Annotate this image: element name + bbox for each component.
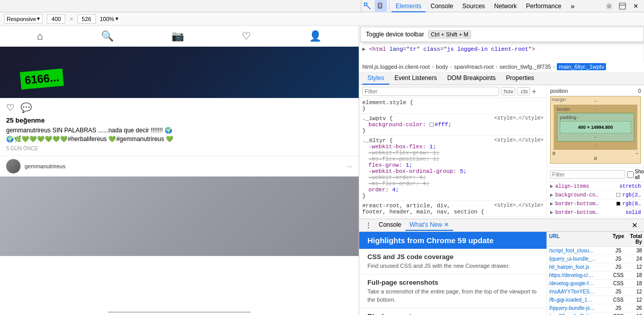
padding-label: padding -: [559, 115, 632, 120]
block-title: Block requests: [367, 312, 538, 315]
padding-box: padding - 400 × 14994.800 -: [557, 113, 634, 142]
svg-rect-6: [619, 3, 626, 9]
zoom-selector[interactable]: 100% ▾: [100, 15, 119, 22]
css-selector-footer: footer, header, main, nav, section {: [362, 209, 484, 215]
css-prop-flex-grow: flex-grow: 1;: [362, 162, 543, 168]
type-col-header: Type: [611, 233, 626, 245]
css-rule-react-root: #react-root, article, div, <style>…</sty…: [359, 201, 547, 217]
table-row: hit_hairpin_foot.jsJS12: [547, 263, 644, 271]
class-filter-btn[interactable]: .cls: [517, 87, 530, 95]
image-overlay: [0, 176, 359, 256]
prop-expand-arrow-bg[interactable]: ▶: [550, 192, 553, 198]
devtools-panel: Toggle device toolbar Ctrl + Shift + M ▶…: [359, 26, 644, 315]
bottom-menu-icon[interactable]: ⋮: [362, 219, 375, 231]
breadcrumb-active-item[interactable]: main_6ltyr._1wptv: [557, 63, 606, 70]
margin-right: −: [636, 151, 638, 156]
bottom-tab-whats-new[interactable]: What's New ✕: [405, 220, 453, 231]
home-icon[interactable]: ⌂: [37, 30, 43, 42]
like-button[interactable]: ♡: [6, 102, 14, 113]
computed-filter-input[interactable]: [550, 170, 625, 179]
heart-icon[interactable]: ♡: [242, 30, 251, 42]
screenshots-desc: Take a screenshot of the entire page, fr…: [367, 288, 538, 304]
tab-styles[interactable]: Styles: [362, 72, 389, 85]
breadcrumb: html.js.logged-in.client-root › body › s…: [359, 62, 644, 72]
commenter-username: gemmanutrireus: [25, 163, 65, 169]
more-options-btn[interactable]: ···: [346, 162, 353, 170]
dimension-separator: ×: [69, 15, 73, 23]
svg-point-5: [608, 5, 611, 7]
table-row: /zoo97mm4y-RobiCSS10: [547, 312, 644, 315]
computed-prop-border-bottom-style: ▶ border-bottom… solid: [547, 208, 644, 217]
tab-elements[interactable]: Elements: [392, 0, 425, 12]
css-rules-panel: :hov .cls + element.style { } ._1w: [359, 85, 547, 219]
zoom-dropdown-icon: ▾: [115, 15, 119, 22]
css-source-1wptv[interactable]: <style>…</style>: [494, 115, 543, 122]
breadcrumb-item-body[interactable]: body: [436, 64, 448, 70]
css-rule-element-style: element.style { }: [359, 98, 547, 114]
css-prop-ms-flex-positive: -ms-flex-positive: 1;: [362, 156, 543, 162]
height-input[interactable]: [77, 14, 96, 24]
breadcrumb-item-span[interactable]: span#react-root: [454, 64, 494, 70]
hover-filter-btn[interactable]: :hov: [501, 87, 516, 95]
breadcrumb-item-section[interactable]: section_tlwfg._8f735: [499, 64, 551, 70]
computed-props-list: ▶ align-items stretch ▶ background-co… r…: [547, 182, 644, 219]
device-toolbar-btn[interactable]: [375, 0, 387, 12]
dock-btn[interactable]: [616, 0, 629, 12]
add-style-btn[interactable]: +: [532, 87, 536, 95]
tab-performance[interactable]: Performance: [522, 0, 565, 12]
tab-sources[interactable]: Sources: [458, 0, 489, 12]
bottom-tab-console[interactable]: Console: [375, 220, 405, 231]
bottom-panel-close-btn[interactable]: ✕: [629, 220, 641, 231]
width-input[interactable]: [47, 14, 65, 24]
responsive-mode-label: Responsive: [7, 16, 36, 22]
css-source-6ltyr[interactable]: <style>…</style>: [494, 137, 543, 144]
css-source-react-root[interactable]: <style>…</style>: [494, 203, 543, 209]
close-devtools-btn[interactable]: ✕: [630, 0, 642, 12]
position-label: position: [550, 88, 568, 94]
responsive-bar: Responsive ▾ × 100% ▾: [0, 12, 644, 26]
breadcrumb-item-html[interactable]: html.js.logged-in.client-root: [362, 64, 430, 70]
filter-bar: :hov .cls +: [359, 85, 547, 98]
prop-expand-arrow[interactable]: ▶: [550, 183, 553, 189]
tooltip-text: Toggle device toolbar: [366, 31, 424, 38]
table-row: /msAAYY7bnYES…JS12: [547, 288, 644, 296]
bg-color-swatch[interactable]: [616, 193, 620, 197]
prop-val-align: stretch: [619, 184, 641, 189]
tab-console[interactable]: Console: [426, 0, 457, 12]
coverage-table: URL Type Total By /script_foot_closu…JS3…: [547, 232, 644, 315]
show-all-checkbox[interactable]: [627, 171, 634, 178]
camera-icon[interactable]: 📷: [171, 30, 184, 42]
coverage-table-header: URL Type Total By: [547, 232, 644, 247]
more-tabs-btn[interactable]: »: [567, 0, 579, 12]
color-swatch-fff[interactable]: [430, 123, 434, 127]
prop-name-align: align-items: [555, 184, 589, 189]
settings-btn[interactable]: [603, 0, 615, 12]
html-root-line[interactable]: ▶ <html lang="tr" class="js logged-in cl…: [362, 45, 640, 53]
filter-input[interactable]: [362, 87, 499, 96]
elements-panel-tabs: Styles Event Listeners DOM Breakpoints P…: [359, 72, 644, 85]
prop-val-bb-color: rgb(0…: [622, 201, 641, 207]
comment-button[interactable]: 💬: [21, 102, 32, 113]
responsive-dropdown-icon: ▾: [37, 15, 40, 22]
tab-network[interactable]: Network: [490, 0, 521, 12]
tab-dom-breakpoints[interactable]: DOM Breakpoints: [442, 72, 501, 85]
mobile-preview: ⌂ 🔍 📷 ♡ 👤 6166... ♡ 💬 25 beğenme gemmanu…: [0, 26, 359, 315]
profile-icon[interactable]: 👤: [309, 30, 322, 42]
table-row: /fb-gigi-loaded_1…CSS12: [547, 296, 644, 304]
padding-bottom-val: -: [559, 134, 632, 140]
table-row: https://develog-c/…CSS18: [547, 271, 644, 280]
prop-expand-arrow-bb[interactable]: ▶: [550, 201, 553, 207]
caption-text-2: 🌍🌿💚💚💚💚💚💚#herbalifereus 💚#gemmanutrireus …: [6, 135, 173, 143]
bb-color-swatch[interactable]: [616, 202, 620, 206]
commenter-avatar: [6, 159, 21, 173]
prop-expand-arrow-bbs[interactable]: ▶: [550, 209, 553, 215]
tab-event-listeners[interactable]: Event Listeners: [389, 72, 442, 85]
css-prop-webkit-order: -webkit-order: 4;: [362, 174, 543, 181]
css-selector-6ltyr: ._6ltyr {: [362, 137, 393, 144]
prop-name-bb-color: border-bottom…: [555, 201, 598, 207]
margin-label: margin: [552, 97, 566, 102]
search-icon[interactable]: 🔍: [101, 30, 114, 42]
inspect-element-btn[interactable]: [361, 0, 374, 12]
tab-properties[interactable]: Properties: [501, 72, 539, 85]
responsive-mode-btn[interactable]: Responsive ▾: [4, 14, 43, 24]
